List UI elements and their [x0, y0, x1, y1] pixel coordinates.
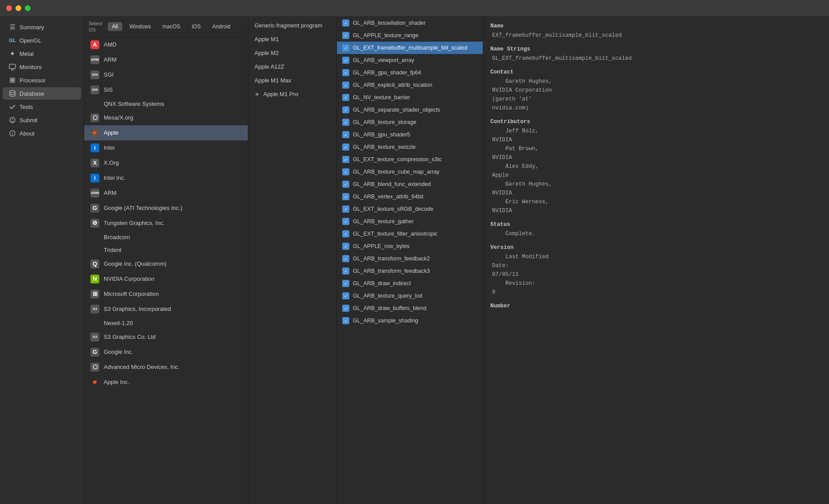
extension-item[interactable]: ✓GL_ARB_texture_storage: [337, 116, 483, 128]
extension-item[interactable]: ✓GL_NV_texture_barrier: [337, 91, 483, 104]
extension-item[interactable]: ✓GL_ARB_gpu_shader_fp64: [337, 66, 483, 79]
sidebar-item-metal[interactable]: ✦Metal: [3, 47, 81, 60]
vendor-item[interactable]: AAMD: [84, 37, 248, 52]
sidebar-item-about[interactable]: iAbout: [3, 127, 81, 140]
vendor-name: QNX Software Systems: [104, 101, 164, 107]
gpu-item[interactable]: ★Apple M1 Pro: [248, 87, 336, 101]
gpu-item[interactable]: Apple M2: [248, 46, 336, 60]
extension-item[interactable]: ✓GL_ARB_texture_query_lod: [337, 290, 483, 302]
vendor-name: NVIDIA Corporation: [104, 275, 154, 282]
sidebar-item-processor[interactable]: Processor: [3, 74, 81, 86]
vendor-name: Google Inc.: [104, 349, 133, 355]
gpu-name: Apple M1 Max: [254, 77, 291, 84]
extension-item[interactable]: ✓GL_ARB_transform_feedback2: [337, 252, 483, 265]
vendor-icon: ARM: [90, 55, 99, 64]
extension-checkbox: ✓: [342, 143, 349, 151]
extension-item[interactable]: ✓GL_ARB_draw_indirect: [337, 277, 483, 290]
extension-name: GL_ARB_tessellation_shader: [353, 20, 426, 26]
os-btn-all[interactable]: All: [108, 22, 122, 31]
gpu-name: Generic-fragment program: [254, 22, 322, 29]
gpu-item[interactable]: Apple A12Z: [248, 60, 336, 74]
vendor-item[interactable]: Nexell-1.20: [84, 317, 248, 330]
extension-name: GL_ARB_explicit_attrib_location: [353, 82, 432, 88]
sidebar-item-opengl[interactable]: GLOpenGL: [3, 34, 81, 47]
os-btn-android[interactable]: Android: [208, 22, 235, 31]
vendor-item[interactable]: Trident: [84, 244, 248, 256]
os-btn-macos[interactable]: macOS: [158, 22, 185, 31]
extension-checkbox: ✓: [342, 156, 349, 163]
gpu-item[interactable]: Apple M1 Max: [248, 74, 336, 87]
os-btn-ios[interactable]: iOS: [188, 22, 205, 31]
extension-item[interactable]: ✓GL_ARB_viewport_array: [337, 54, 483, 66]
extension-item[interactable]: ✓GL_EXT_texture_filter_anisotropic: [337, 228, 483, 240]
vendor-item[interactable]: NNVIDIA Corporation: [84, 271, 248, 287]
extension-item[interactable]: ✓GL_EXT_framebuffer_multisample_blit_sca…: [337, 42, 483, 54]
sidebar-item-database[interactable]: Database: [3, 87, 81, 100]
extension-item[interactable]: ✓GL_ARB_sample_shading: [337, 314, 483, 327]
extension-item[interactable]: ✓GL_APPLE_row_bytes: [337, 240, 483, 252]
extension-item[interactable]: ✓GL_ARB_draw_buffers_blend: [337, 302, 483, 314]
vendor-item[interactable]: XX.Org: [84, 155, 248, 171]
vendor-item[interactable]: 🍎Apple Inc.: [84, 375, 248, 390]
sidebar-label-submit: Submit: [20, 117, 37, 124]
vendor-item[interactable]: QNX Software Systems: [84, 97, 248, 110]
sidebar-item-summary[interactable]: ☰Summary: [3, 21, 81, 33]
extension-item[interactable]: ✓GL_ARB_gpu_shader5: [337, 128, 483, 141]
extension-item[interactable]: ✓GL_ARB_separate_shader_objects: [337, 104, 483, 116]
vendor-name: Google (ATI Technologies Inc.): [104, 205, 182, 211]
sidebar-item-tests[interactable]: Tests: [3, 101, 81, 113]
minimize-button[interactable]: [16, 5, 21, 11]
extension-item[interactable]: ✓GL_ARB_blend_func_extended: [337, 178, 483, 190]
extension-name: GL_APPLE_texture_range: [353, 32, 418, 39]
vendor-item[interactable]: 🍎Apple: [84, 125, 248, 140]
vendor-item[interactable]: SGISGI: [84, 67, 248, 82]
extension-item[interactable]: ✓GL_ARB_vertex_attrib_64bit: [337, 190, 483, 203]
vendor-item[interactable]: ARMARM: [84, 186, 248, 201]
extension-checkbox: ✓: [342, 268, 349, 275]
vendor-name: AMD: [104, 41, 117, 48]
sidebar-item-monitors[interactable]: Monitors: [3, 61, 81, 73]
gpu-item[interactable]: Apple M1: [248, 32, 336, 46]
extension-name: GL_ARB_sample_shading: [353, 318, 418, 324]
extension-item[interactable]: ✓GL_ARB_texture_cube_map_array: [337, 166, 483, 178]
extension-name: GL_ARB_gpu_shader_fp64: [353, 70, 421, 76]
extensions-panel: ✓GL_ARB_tessellation_shader✓GL_APPLE_tex…: [337, 17, 483, 504]
vendor-name: S3 Graphics Co. Ltd: [104, 333, 156, 340]
gpu-item[interactable]: Generic-fragment program: [248, 19, 336, 32]
vendor-item[interactable]: ⬡Mesa/X.org: [84, 110, 248, 125]
vendor-item[interactable]: S3S3 Graphics, Incorporated: [84, 302, 248, 317]
vendor-item[interactable]: iIntel: [84, 140, 248, 155]
extension-item[interactable]: ✓GL_ARB_tessellation_shader: [337, 17, 483, 29]
vendor-item[interactable]: SISSiS: [84, 82, 248, 97]
extension-item[interactable]: ✓GL_ARB_texture_gather: [337, 215, 483, 228]
vendor-name: ARM: [104, 190, 117, 196]
vendor-item[interactable]: iIntel Inc.: [84, 171, 248, 186]
vendor-item[interactable]: ⚙Tungsten Graphics, Inc.: [84, 216, 248, 231]
submit-icon: [9, 116, 16, 124]
extension-checkbox: ✓: [342, 106, 349, 113]
extension-checkbox: ✓: [342, 317, 349, 324]
vendor-item[interactable]: GGoogle Inc.: [84, 345, 248, 360]
vendor-item[interactable]: S3S3 Graphics Co. Ltd: [84, 330, 248, 345]
tests-icon: [9, 103, 16, 110]
vendor-item[interactable]: ARMARM: [84, 52, 248, 67]
extension-item[interactable]: ✓GL_ARB_explicit_attrib_location: [337, 79, 483, 91]
vendor-item[interactable]: ⊞Microsoft Corporation: [84, 287, 248, 302]
os-btn-windows[interactable]: Windows: [125, 22, 156, 31]
extension-item[interactable]: ✓GL_ARB_texture_swizzle: [337, 141, 483, 153]
vendor-item[interactable]: GGoogle (ATI Technologies Inc.): [84, 201, 248, 216]
extension-item[interactable]: ✓GL_APPLE_texture_range: [337, 29, 483, 42]
sidebar-item-submit[interactable]: Submit: [3, 114, 81, 126]
vendor-item[interactable]: ⬡Advanced Micro Devices, Inc.: [84, 360, 248, 375]
extension-name: GL_ARB_transform_feedback3: [353, 268, 430, 274]
extension-item[interactable]: ✓GL_ARB_transform_feedback3: [337, 265, 483, 277]
extension-item[interactable]: ✓GL_EXT_texture_compression_s3tc: [337, 153, 483, 166]
maximize-button[interactable]: [25, 5, 31, 11]
vendor-item[interactable]: QGoogle Inc. (Qualcomm): [84, 256, 248, 271]
close-button[interactable]: [6, 5, 12, 11]
extension-checkbox: ✓: [342, 305, 349, 312]
extension-item[interactable]: ✓GL_EXT_texture_sRGB_decode: [337, 203, 483, 215]
extension-checkbox: ✓: [342, 44, 349, 51]
vendor-item[interactable]: Broadcom: [84, 231, 248, 244]
extension-checkbox: ✓: [342, 181, 349, 188]
